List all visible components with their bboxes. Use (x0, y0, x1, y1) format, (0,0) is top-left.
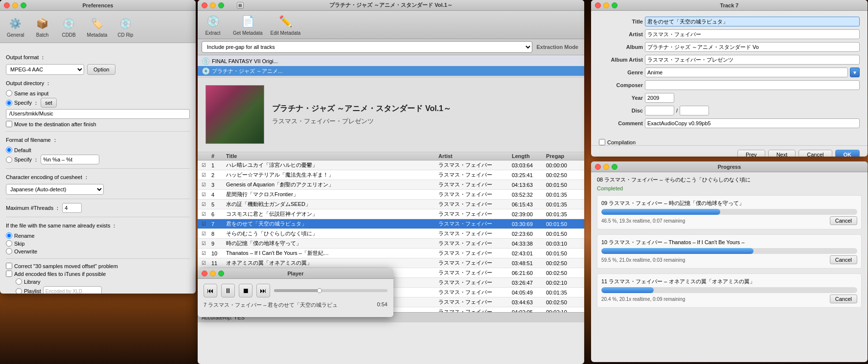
player-next-button[interactable]: ⏭ (256, 284, 270, 297)
track7-close-button[interactable] (595, 2, 601, 8)
extract-button[interactable]: 💿 Extract (201, 14, 225, 36)
close-button[interactable] (4, 2, 10, 8)
album-input[interactable] (645, 42, 860, 52)
title-input[interactable] (645, 17, 860, 26)
playlist-radio[interactable] (16, 288, 22, 294)
cancel-button[interactable]: Cancel (799, 150, 832, 157)
general-icon: ⚙️ (8, 16, 23, 31)
cancel-11-button[interactable]: Cancel (830, 295, 857, 303)
track-check-3[interactable]: ☑ (202, 182, 211, 187)
player-playpause-button[interactable]: ⏸ (221, 284, 235, 297)
playlist-input[interactable] (43, 286, 102, 294)
get-metadata-button[interactable]: 📄 Get Metadata (233, 14, 263, 36)
main-close-button[interactable] (202, 2, 207, 8)
default-format-radio[interactable] (6, 147, 12, 153)
player-title: Player (198, 271, 393, 276)
specify-format-radio[interactable] (6, 157, 12, 163)
edit-metadata-button[interactable]: ✏️ Edit Metadata (271, 14, 301, 36)
progress-minimize-button[interactable] (603, 164, 609, 170)
source-item-platinum[interactable]: 💿 プラチナ・ジャズ ～アニメ... (198, 66, 584, 76)
track-check-7[interactable]: ☑ (202, 221, 211, 227)
rename-radio[interactable] (6, 232, 12, 239)
artist-input[interactable] (645, 29, 860, 39)
cancel-10-button[interactable]: Cancel (830, 255, 857, 264)
toolbar-general[interactable]: ⚙️ General (3, 14, 28, 40)
progress-zoom-button[interactable] (612, 164, 617, 170)
track-row[interactable]: ☑ 9 時の記憶「僕の地球を守って」 ラスマス・フェイバー 04:33:38 0… (198, 239, 584, 249)
prev-button[interactable]: Prev (737, 150, 765, 157)
year-input[interactable] (645, 93, 674, 103)
track-title-10: Thanatos – If I Can't Be Yours –「新世紀… (226, 250, 438, 257)
title-row: Title (599, 17, 860, 26)
move-after-checkbox[interactable] (6, 121, 12, 127)
source-item-ff7[interactable]: 💿 FINAL FANTASY VII Origi... (198, 56, 584, 66)
track-row[interactable]: ☑ 7 君をのせて「天空の城ラピュタ」 ラスマス・フェイバー 03:30:69 … (198, 219, 584, 229)
track-check-4[interactable]: ☑ (202, 192, 211, 197)
set-button[interactable]: set (41, 98, 57, 108)
toolbar-cdrip[interactable]: 💿 CD Rip (113, 14, 137, 40)
option-button[interactable]: Option (87, 64, 115, 75)
track-check-2[interactable]: ☑ (202, 172, 211, 178)
track-check-10[interactable]: ☑ (202, 250, 211, 256)
disc-of-input[interactable] (680, 106, 709, 115)
track-check-9[interactable]: ☑ (202, 241, 211, 246)
zoom-button[interactable] (21, 2, 26, 8)
track-row[interactable]: ☑ 2 ハッピー☆マテリアル「魔法先生ネギま！」 ラスマス・フェイバー 03:2… (198, 170, 584, 180)
player-progress-bar[interactable] (274, 289, 388, 292)
album-row: Album (599, 42, 860, 52)
main-minimize-button[interactable] (210, 2, 216, 8)
track-row[interactable]: ☑ 3 Genesis of Aquarion「創聖のアクエリオン」 ラスマス・… (198, 180, 584, 190)
extraction-mode-select[interactable]: Include pre-gap for all tracks (202, 41, 532, 53)
library-radio[interactable] (16, 278, 22, 285)
specify-dir-radio[interactable] (6, 100, 12, 106)
track-row[interactable]: ☑ 11 オネアミスの翼「オネアミスの翼」 ラスマス・フェイバー 03:48:5… (198, 258, 584, 268)
same-as-input-radio[interactable] (6, 90, 12, 96)
resize-button[interactable]: ⊞ (237, 2, 244, 9)
composer-input[interactable] (645, 80, 860, 90)
ok-button[interactable]: OK (835, 150, 860, 157)
disc-label: Disc (599, 108, 643, 114)
genre-dropdown-button[interactable]: ▼ (850, 68, 860, 77)
track-row[interactable]: ☑ 6 コスモスに君と「伝説巨神イデオン」 ラスマス・フェイバー 02:39:0… (198, 209, 584, 219)
track-check-11[interactable]: ☑ (202, 260, 211, 266)
player-prev-button[interactable]: ⏮ (204, 284, 217, 297)
track-check-5[interactable]: ☑ (202, 202, 211, 207)
player-progress-knob[interactable] (317, 288, 322, 293)
main-zoom-button[interactable] (218, 2, 224, 8)
comment-input[interactable] (645, 118, 860, 128)
minimize-button[interactable] (12, 2, 18, 8)
player-zoom-button[interactable] (218, 271, 224, 276)
track-row[interactable]: ☑ 10 Thanatos – If I Can't Be Yours –「新世… (198, 249, 584, 258)
track-check-1[interactable]: ☑ (202, 162, 211, 168)
format-string-input[interactable] (41, 155, 99, 164)
progress-close-button[interactable] (595, 164, 601, 170)
disc-separator: / (676, 108, 678, 114)
player-stop-button[interactable]: ⏹ (239, 284, 252, 297)
player-minimize-button[interactable] (210, 271, 216, 276)
track-row[interactable]: ☑ 5 水の証「機動戦士ガンダムSEED」 ラスマス・フェイバー 06:15:4… (198, 200, 584, 209)
max-threads-input[interactable] (62, 203, 82, 213)
track7-zoom-button[interactable] (612, 2, 617, 8)
toolbar-metadata[interactable]: 🏷️ Metadata (83, 14, 112, 40)
output-format-select[interactable]: MPEG-4 AAC (6, 64, 84, 75)
track-row[interactable]: ☑ 4 星間飛行「マクロスFrontier」 ラスマス・フェイバー 03:52:… (198, 190, 584, 200)
track-check-8[interactable]: ☑ (202, 231, 211, 236)
track-check-6[interactable]: ☑ (202, 211, 211, 217)
genre-input[interactable] (645, 68, 848, 77)
overwrite-radio[interactable] (6, 248, 12, 254)
char-encoding-select[interactable]: Japanese (Auto-detect) (6, 184, 104, 195)
track-row[interactable]: ☑ 8 そらのむこう「ひぐらしのなく頃に」 ラスマス・フェイバー 02:23:6… (198, 229, 584, 239)
album-artist-input[interactable] (645, 55, 860, 65)
skip-radio[interactable] (6, 240, 12, 247)
compilation-checkbox[interactable] (599, 139, 605, 145)
add-itunes-checkbox[interactable] (6, 271, 12, 277)
track7-minimize-button[interactable] (603, 2, 609, 8)
player-close-button[interactable] (202, 271, 207, 276)
toolbar-batch[interactable]: 📦 Batch (30, 14, 55, 40)
track-row[interactable]: ☑ 1 ハレ晴レユカイ「涼宮ハルヒの憂鬱」 ラスマス・フェイバー 03:03:6… (198, 160, 584, 170)
cancel-09-button[interactable]: Cancel (830, 216, 857, 225)
toolbar-cddb[interactable]: 💿 CDDB (57, 14, 81, 40)
correct-offset-checkbox[interactable] (6, 263, 12, 269)
next-button[interactable]: Next (768, 150, 796, 157)
disc-input[interactable] (645, 106, 674, 115)
